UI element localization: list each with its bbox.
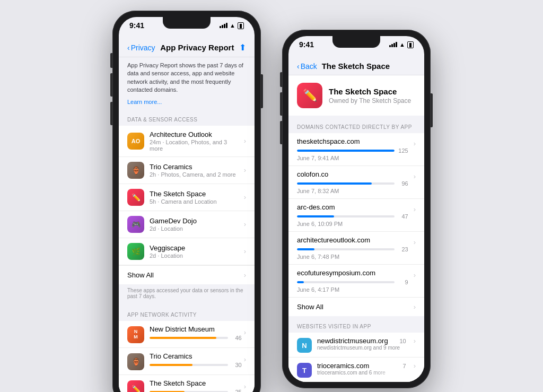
show-all-sensor[interactable]: Show All › [119,265,255,284]
chevron-left-icon: ‹ [127,43,130,52]
list-item[interactable]: T trioceramics.com 7 trioceramics.com an… [288,358,424,382]
bar-track [150,364,228,366]
domain-name: ecofuturesymposium.com [297,269,408,277]
list-item[interactable]: architectureoutlook.com 23 June 6, 7:48 … [288,232,424,265]
bar-fill [297,281,304,283]
list-item[interactable]: thesketchspace.com 125 June 7, 9:41 AM › [288,133,424,166]
bar-count: 9 [398,279,408,285]
list-item[interactable]: arc-des.com 47 June 6, 10:09 PM › [288,199,424,232]
learn-more-link[interactable]: Learn more... [119,99,255,109]
nav-title-1: App Privacy Report [155,43,239,52]
list-item[interactable]: NM New District Museum 46 › [119,321,255,348]
bar-track [297,182,395,185]
bar-fill [297,150,395,152]
domain-date: June 7, 8:32 AM [297,188,408,194]
list-item[interactable]: AO Architecture Outlook 24m · Location, … [119,126,255,157]
status-bar-1: 9:41 ▲ ▮ [119,17,255,38]
domain-date: June 6, 4:17 PM [297,286,408,293]
app-header-info: The Sketch Space Owned by The Sketch Spa… [329,87,411,104]
app-info: The Sketch Space 25 [150,379,242,392]
chevron-right-icon: › [244,382,246,390]
show-all-domains[interactable]: Show All › [288,297,424,316]
section-domains: DOMAINS CONTACTED DIRECTLY BY APP [288,117,424,133]
websites-list: N newdistrictmuseum.org 10 newdistrictmu… [288,333,424,382]
battery-icon: ▮ [407,41,414,48]
domain-name: arc-des.com [297,203,408,211]
footer-sensor-text: These apps accessed your data or sensors… [119,284,255,304]
domain-info: colofon.co 96 June 7, 8:32 AM [297,170,408,194]
section-network: APP NETWORK ACTIVITY [119,304,255,321]
bar-track [297,281,395,283]
app-header-subtitle: Owned by The Sketch Space [329,97,411,104]
chevron-right-icon: › [244,271,246,279]
domain-name: architectureoutlook.com [297,236,408,244]
phone-1: 9:41 ▲ ▮ ‹ Privacy App Privac [112,11,261,392]
bar-count: 23 [398,246,408,252]
signal-icon [220,23,227,28]
domain-name: thesketchspace.com [297,137,408,145]
app-info: Trio Ceramics 30 [150,352,242,368]
app-name: The Sketch Space [150,190,242,198]
network-apps-list: NM New District Museum 46 › 🏺 [119,321,255,392]
domain-date: June 6, 7:48 PM [297,254,408,260]
description-text: App Privacy Report shows the past 7 days… [119,57,255,99]
bar-track [297,150,395,152]
bar-fill [150,364,192,366]
domain-info: architectureoutlook.com 23 June 6, 7:48 … [297,236,408,260]
app-icon-trio: 🏺 [127,162,144,179]
signal-icon [389,42,397,47]
list-item[interactable]: 🏺 Trio Ceramics 30 › [119,348,255,375]
share-button[interactable]: ⬆ [239,42,246,53]
list-item[interactable]: 🌿 Veggiscape 2d · Location › [119,238,255,265]
website-count: 10 [399,338,406,344]
list-item[interactable]: ecofuturesymposium.com 9 June 6, 4:17 PM… [288,265,424,297]
list-item[interactable]: colofon.co 96 June 7, 8:32 AM › [288,166,424,199]
chevron-right-icon: › [244,328,246,336]
chevron-right-icon: › [414,172,416,180]
app-info: GameDev Dojo 2d · Location [150,217,242,232]
list-item[interactable]: ✏️ The Sketch Space 5h · Camera and Loca… [119,184,255,211]
status-icons-1: ▲ ▮ [220,22,244,29]
chevron-right-icon: › [414,205,416,213]
chevron-right-icon: › [414,303,416,311]
chevron-right-icon: › [244,193,246,201]
status-time-2: 9:41 [299,40,314,49]
nav-title-2: The Sketch Space [317,62,395,71]
chevron-right-icon: › [244,355,246,363]
app-name: Trio Ceramics [150,352,242,360]
wifi-icon: ▲ [399,41,405,48]
list-item[interactable]: 🎮 GameDev Dojo 2d · Location › [119,211,255,238]
nav-back-2[interactable]: ‹ Back [297,62,317,71]
bar-row: 25 [150,389,242,392]
domain-info: thesketchspace.com 125 June 7, 9:41 AM [297,137,408,161]
website-sub: trioceramics.com and 6 more [317,370,406,376]
app-icon-sketch-net: ✏️ [127,380,144,392]
bar-row: 46 [150,335,242,341]
status-bar-2: 9:41 ▲ ▮ [288,36,424,57]
bar-count: 46 [231,335,242,341]
app-name: GameDev Dojo [150,217,242,225]
app-info: Architecture Outlook 24m · Location, Pho… [150,130,242,152]
chevron-right-icon: › [244,166,246,174]
chevron-left-icon: ‹ [297,62,300,71]
list-item[interactable]: ✏️ The Sketch Space 25 › [119,375,255,392]
app-header-section: ✏️ The Sketch Space Owned by The Sketch … [288,75,424,116]
app-detail: 2h · Photos, Camera, and 2 more [150,171,242,178]
list-item[interactable]: 🏺 Trio Ceramics 2h · Photos, Camera, and… [119,157,255,184]
bar-count: 125 [398,147,408,154]
app-info: The Sketch Space 5h · Camera and Locatio… [150,190,242,205]
app-info: Veggiscape 2d · Location [150,244,242,259]
bar-track [150,337,228,339]
bar-row: 96 [297,180,408,187]
bar-row: 9 [297,279,408,285]
nav-bar-1: ‹ Privacy App Privacy Report ⬆ [119,38,255,57]
website-name: trioceramics.com [317,362,369,370]
nav-back-1[interactable]: ‹ Privacy [127,43,155,52]
app-name: Veggiscape [150,244,242,252]
bar-track [297,215,395,217]
bar-row: 30 [150,362,242,368]
scroll-content-1: App Privacy Report shows the past 7 days… [119,57,255,392]
bar-count: 96 [398,180,408,187]
website-icon-t: T [297,363,312,378]
list-item[interactable]: N newdistrictmuseum.org 10 newdistrictmu… [288,333,424,358]
